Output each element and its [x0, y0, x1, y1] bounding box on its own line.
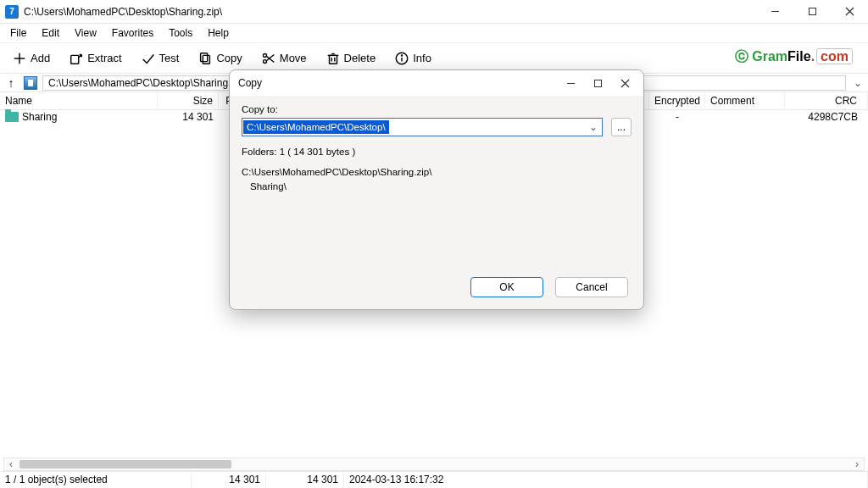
- menu-help[interactable]: Help: [201, 25, 236, 41]
- col-name[interactable]: Name: [0, 92, 158, 109]
- info-label: Info: [413, 52, 431, 64]
- plus-icon: [12, 51, 27, 66]
- test-button[interactable]: Test: [136, 47, 185, 69]
- status-size2: 14 301: [266, 472, 344, 488]
- file-encrypted: -: [649, 109, 705, 125]
- col-size[interactable]: Size: [158, 92, 219, 109]
- app-icon: 7: [5, 5, 19, 19]
- menu-view[interactable]: View: [68, 25, 103, 41]
- archive-icon: [24, 76, 37, 90]
- copy-label: Copy: [216, 52, 242, 64]
- chevron-down-icon[interactable]: ⌄: [585, 121, 602, 133]
- menu-bar: File Edit View Favorites Tools Help: [0, 24, 868, 42]
- copy-button[interactable]: Copy: [192, 47, 247, 69]
- status-bar: 1 / 1 object(s) selected 14 301 14 301 2…: [0, 471, 868, 488]
- scroll-right-icon[interactable]: ›: [850, 458, 864, 470]
- svg-rect-22: [594, 80, 601, 86]
- path-text: C:\Users\MohamedPC\Desktop\Sharing.zip\: [48, 77, 247, 89]
- check-icon: [141, 51, 156, 66]
- test-label: Test: [159, 52, 180, 64]
- menu-tools[interactable]: Tools: [162, 25, 199, 41]
- info-icon: [394, 51, 409, 66]
- delete-button[interactable]: Delete: [320, 47, 381, 69]
- maximize-button[interactable]: [793, 0, 831, 24]
- copy-dialog: Copy Copy to: C:\Users\MohamedPC\Desktop…: [229, 69, 644, 310]
- ok-label: OK: [499, 281, 514, 293]
- status-selection: 1 / 1 object(s) selected: [0, 472, 192, 488]
- svg-rect-6: [71, 55, 79, 64]
- info-button[interactable]: Info: [389, 47, 437, 69]
- ok-button[interactable]: OK: [470, 277, 543, 297]
- file-size: 14 301: [158, 109, 219, 125]
- dialog-title: Copy: [238, 77, 557, 89]
- dialog-path1: C:\Users\MohamedPC\Desktop\Sharing.zip\: [242, 165, 632, 180]
- add-label: Add: [31, 52, 50, 64]
- window-titlebar: 7 C:\Users\MohamedPC\Desktop\Sharing.zip…: [0, 0, 868, 24]
- close-button[interactable]: [831, 0, 868, 24]
- copy-icon: [198, 51, 213, 66]
- browse-label: ...: [617, 121, 626, 133]
- add-button[interactable]: Add: [7, 47, 55, 69]
- menu-file[interactable]: File: [3, 25, 33, 41]
- extract-label: Extract: [87, 52, 121, 64]
- minimize-button[interactable]: [756, 0, 793, 24]
- delete-label: Delete: [344, 52, 376, 64]
- destination-value: C:\Users\MohamedPC\Desktop\: [243, 120, 389, 134]
- horizontal-scrollbar[interactable]: ‹ ›: [3, 458, 865, 471]
- col-crc[interactable]: CRC: [785, 92, 868, 109]
- destination-combobox[interactable]: C:\Users\MohamedPC\Desktop\ ⌄: [242, 118, 603, 136]
- svg-rect-1: [809, 8, 815, 15]
- dialog-maximize-button[interactable]: [584, 70, 611, 96]
- watermark: ⓒ GramFile.com: [735, 48, 853, 66]
- col-encrypted[interactable]: Encrypted: [649, 92, 705, 109]
- col-comment[interactable]: Comment: [705, 92, 785, 109]
- scissors-icon: [261, 51, 276, 66]
- dialog-titlebar: Copy: [230, 70, 643, 96]
- svg-rect-8: [203, 55, 210, 64]
- svg-point-20: [402, 54, 403, 55]
- cancel-label: Cancel: [576, 281, 607, 293]
- toolbar: Add Extract Test Copy Move Delete Info ⓒ…: [0, 42, 868, 73]
- scroll-thumb[interactable]: [19, 460, 231, 469]
- menu-edit[interactable]: Edit: [35, 25, 66, 41]
- extract-button[interactable]: Extract: [64, 47, 126, 69]
- folder-icon: [5, 112, 19, 122]
- file-crc: 4298C7CB: [785, 109, 868, 125]
- menu-favorites[interactable]: Favorites: [105, 25, 160, 41]
- dialog-path-list: C:\Users\MohamedPC\Desktop\Sharing.zip\ …: [242, 165, 632, 195]
- scroll-left-icon[interactable]: ‹: [4, 458, 18, 470]
- move-button[interactable]: Move: [256, 47, 312, 69]
- dialog-minimize-button[interactable]: [557, 70, 584, 96]
- cancel-button[interactable]: Cancel: [555, 277, 628, 297]
- window-title: C:\Users\MohamedPC\Desktop\Sharing.zip\: [24, 6, 756, 18]
- copy-to-label: Copy to:: [242, 104, 632, 114]
- browse-button[interactable]: ...: [611, 118, 632, 136]
- status-size1: 14 301: [192, 472, 266, 488]
- extract-icon: [69, 51, 84, 66]
- svg-point-9: [263, 53, 266, 57]
- trash-icon: [326, 51, 341, 66]
- dialog-close-button[interactable]: [611, 70, 638, 96]
- path-dropdown-icon[interactable]: ⌄: [851, 77, 865, 89]
- svg-rect-7: [201, 53, 208, 61]
- file-name: Sharing: [22, 111, 57, 123]
- svg-rect-13: [329, 55, 337, 64]
- status-date: 2024-03-13 16:17:32: [344, 472, 868, 488]
- dialog-summary: Folders: 1 ( 14 301 bytes ): [242, 147, 632, 157]
- dialog-path2: Sharing\: [242, 180, 632, 194]
- svg-point-10: [263, 59, 266, 63]
- move-label: Move: [280, 52, 307, 64]
- up-icon[interactable]: ↑: [3, 76, 19, 90]
